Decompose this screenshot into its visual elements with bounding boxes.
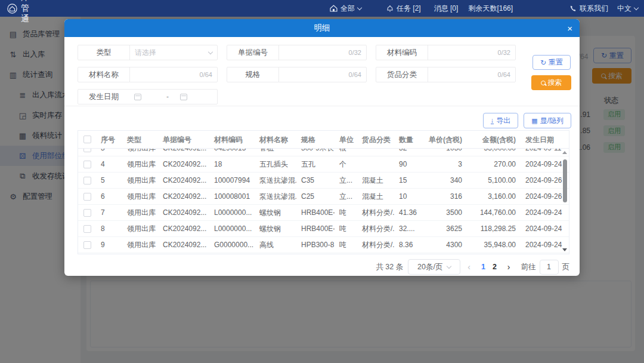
- export-button[interactable]: ↓ 导出: [483, 113, 519, 128]
- toggle-columns-button[interactable]: ▦ 显/隐列: [524, 113, 571, 128]
- column-header: 类型: [122, 131, 158, 148]
- row-checkbox[interactable]: [83, 209, 91, 217]
- chevron-down-icon: [208, 49, 213, 54]
- table-cell: 立...: [335, 173, 357, 188]
- messages-label: 消息 [0]: [434, 4, 459, 14]
- table-cell: 100007994: [209, 173, 255, 188]
- scroll-up-icon[interactable]: [562, 151, 567, 154]
- table-cell: L0000000...: [209, 205, 255, 220]
- table-cell: 4300: [423, 237, 467, 253]
- column-header: 货品分类: [357, 131, 394, 148]
- modal-title: 明细: [314, 23, 330, 33]
- table-cell: 5,100.00: [467, 173, 521, 188]
- close-icon[interactable]: ×: [567, 19, 572, 37]
- pagination-total: 共 32 条: [376, 262, 403, 272]
- table-cell: 3,160.00: [467, 189, 521, 204]
- table-cell: 35,948.00: [467, 237, 521, 253]
- scrollbar-thumb[interactable]: [563, 159, 567, 202]
- row-checkbox[interactable]: [83, 149, 91, 152]
- column-header: 序号: [96, 131, 122, 148]
- table-cell: 118,298.25: [467, 221, 521, 236]
- row-checkbox[interactable]: [83, 177, 91, 184]
- language-label: 中文: [617, 4, 631, 14]
- table-cell: 领用出库: [122, 173, 158, 188]
- table-cell: 立...: [335, 189, 357, 204]
- table-cell: [357, 156, 394, 172]
- category-field[interactable]: 货品分类 0/64: [376, 67, 516, 82]
- prev-page-button[interactable]: ‹: [465, 262, 473, 272]
- material-name-field[interactable]: 材料名称 0/64: [78, 67, 218, 82]
- doc-no-counter: 0/32: [349, 49, 361, 56]
- modal-header: 明细 ×: [64, 19, 580, 37]
- table-row[interactable]: 3领用出库CK2024092...04290015管桩300-9米长根32103…: [78, 149, 569, 156]
- scroll-down-icon[interactable]: [562, 248, 567, 251]
- scope-selector[interactable]: 全部: [330, 4, 361, 14]
- chevron-down-icon: [634, 5, 639, 10]
- row-checkbox[interactable]: [83, 193, 91, 201]
- table-row[interactable]: 5领用出库CK2024092...100007994泵送抗渗混...C35立..…: [78, 173, 569, 189]
- table-cell: 340: [423, 173, 467, 188]
- table-cell: 10: [394, 189, 423, 204]
- tasks-link[interactable]: 任务 [2]: [386, 4, 421, 14]
- type-field[interactable]: 类型 请选择: [78, 45, 218, 60]
- table-cell: 4: [96, 156, 122, 172]
- row-checkbox[interactable]: [83, 225, 91, 233]
- spec-field[interactable]: 规格 0/64: [227, 67, 367, 82]
- column-header: 材料编码: [209, 131, 255, 148]
- chevron-down-icon: [447, 263, 451, 268]
- search-form: 类型 请选择 单据编号 0/32 材料编码 0/32 材料名称 0/64 规格: [64, 37, 580, 104]
- table-cell: 316: [423, 189, 467, 204]
- material-code-field[interactable]: 材料编码 0/32: [376, 45, 516, 60]
- table-cell: 3625: [423, 221, 467, 236]
- scope-label: 全部: [340, 4, 355, 14]
- goto-page-input[interactable]: [540, 260, 559, 275]
- table-cell: 8: [96, 221, 122, 236]
- table-cell: 材料分类/...: [357, 221, 394, 236]
- page-number-button[interactable]: 2: [489, 263, 500, 271]
- contact-link[interactable]: 联系我们: [569, 4, 608, 14]
- reset-button[interactable]: ↻ 重置: [532, 55, 571, 70]
- column-header: 规格: [296, 131, 335, 148]
- page-number-button[interactable]: 1: [478, 263, 489, 271]
- table-cell: 300-9米长: [296, 149, 335, 156]
- next-page-button[interactable]: ›: [505, 262, 513, 272]
- messages-link[interactable]: 消息 [0]: [434, 4, 459, 14]
- date-range-field[interactable]: 发生日期 -: [78, 89, 218, 104]
- search-button[interactable]: 搜索: [531, 75, 571, 90]
- calendar-icon[interactable]: [134, 94, 141, 100]
- table-cell: CK2024092...: [158, 173, 209, 188]
- download-icon: ↓: [491, 118, 494, 124]
- row-checkbox[interactable]: [83, 241, 91, 249]
- table-row[interactable]: 6领用出库CK2024092...100008001泵送抗渗混...C25立..…: [78, 189, 569, 205]
- table-cell: 螺纹钢: [255, 221, 296, 236]
- table-cell: CK2024092...: [158, 237, 209, 253]
- table-row[interactable]: 7领用出库CK2024092...L0000000...螺纹钢HRB400E-.…: [78, 205, 569, 221]
- row-checkbox[interactable]: [83, 161, 91, 168]
- table-cell: CK2024092...: [158, 205, 209, 220]
- column-header: 数量: [394, 131, 423, 148]
- select-all-checkbox[interactable]: [83, 136, 91, 143]
- table-cell: 100008001: [209, 189, 255, 204]
- table-cell: 9: [96, 237, 122, 253]
- table-cell: 41.36: [394, 205, 423, 220]
- table-row[interactable]: 8领用出库CK2024092...L0000000...螺纹钢HRB400E-.…: [78, 221, 569, 237]
- table-cell: CK2024092...: [158, 221, 209, 236]
- table-scrollbar[interactable]: [561, 149, 568, 253]
- calendar-icon[interactable]: [180, 94, 187, 100]
- page-size-select[interactable]: 20条/页: [408, 259, 460, 275]
- spec-counter: 0/64: [349, 71, 361, 78]
- doc-no-field[interactable]: 单据编号 0/32: [227, 45, 367, 60]
- table-cell: CK2024092...: [158, 189, 209, 204]
- table-row[interactable]: 9领用出库CK2024092...G0000000...高线HPB300-8吨材…: [78, 237, 569, 253]
- app-logo-icon: [7, 4, 17, 14]
- table-cell: 领用出库: [122, 149, 158, 156]
- table-cell: 33,000.00: [467, 149, 521, 156]
- language-selector[interactable]: 中文: [617, 4, 638, 14]
- table-cell: 90: [394, 156, 423, 172]
- column-header: 单据编号: [158, 131, 209, 148]
- table-cell: 5: [96, 173, 122, 188]
- table-cell: C25: [296, 189, 335, 204]
- goto-label: 前往: [521, 262, 536, 272]
- table-cell: 混凝土: [357, 189, 394, 204]
- table-row[interactable]: 4领用出库CK2024092...18五孔插头五孔个903270.002024-…: [78, 156, 569, 173]
